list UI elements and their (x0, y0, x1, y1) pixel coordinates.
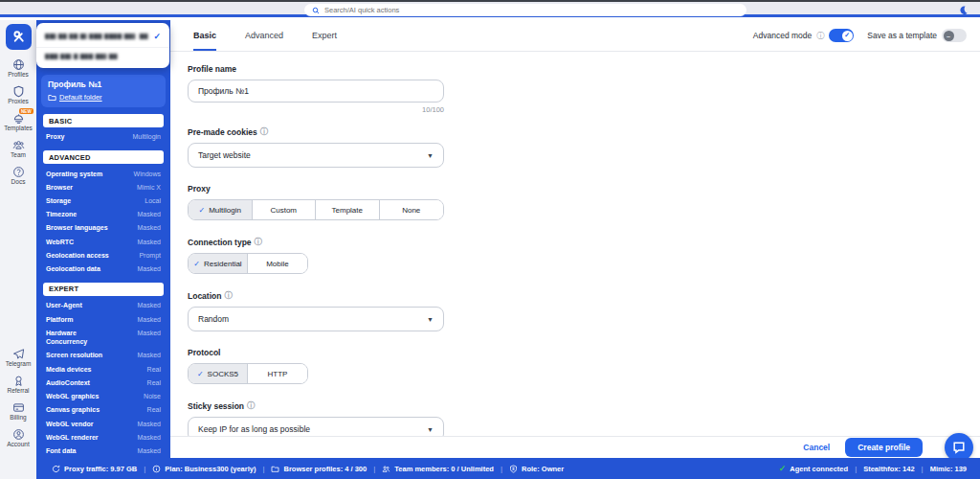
connection-option-residential[interactable]: ✓Residential (189, 254, 248, 273)
setting-row[interactable]: Media devicesReal (36, 362, 170, 376)
tab-expert[interactable]: Expert (312, 20, 337, 51)
setting-value: Real (147, 405, 161, 414)
main-content: BasicAdvancedExpert Advanced mode ⓘ ✓ Sa… (170, 20, 980, 458)
setting-row[interactable]: Screen resolutionMasked (36, 349, 170, 362)
workspace-option-label-redacted: ██▌██ ██ █▌███ ████ ██▌ ██ (45, 34, 148, 39)
setting-key: AudioContext (46, 378, 90, 387)
advanced-mode-toggle[interactable]: ✓ (829, 29, 854, 42)
check-icon: ✓ (199, 206, 206, 215)
chevron-down-icon: ▼ (427, 426, 434, 433)
app-logo[interactable] (6, 24, 32, 50)
main-header: BasicAdvancedExpert Advanced mode ⓘ ✓ Sa… (170, 20, 980, 52)
folder-icon (48, 94, 56, 102)
connection-option-mobile[interactable]: Mobile (248, 254, 307, 273)
workspace-option-label-redacted: ███ ██▌█ ███ ██▌██ (45, 54, 118, 59)
search-icon (312, 7, 320, 14)
sidebar-item-telegram[interactable]: Telegram (0, 347, 36, 367)
setting-row[interactable]: BrowserMimic X (36, 180, 170, 194)
section-header-expert[interactable]: EXPERT (43, 283, 164, 296)
sidebar-item-referral[interactable]: Referral (0, 374, 36, 394)
default-folder-link[interactable]: Default folder (48, 93, 159, 102)
setting-value: Masked (137, 210, 161, 218)
advanced-mode-info-icon[interactable]: ⓘ (816, 31, 824, 41)
proxy-option-custom[interactable]: Custom (253, 200, 317, 219)
setting-row[interactable]: StorageLocal (36, 194, 170, 208)
setting-row[interactable]: AudioContextReal (36, 376, 170, 390)
chevron-down-icon: ▼ (427, 152, 434, 159)
sidebar-item-label: Proxies (8, 98, 29, 104)
setting-row[interactable]: Geolocation dataMasked (36, 262, 170, 276)
setting-row[interactable]: ProxyMultilogin (36, 130, 170, 144)
setting-row[interactable]: Font dataMasked (36, 445, 170, 458)
sidebar-item-label: Profiles (8, 71, 29, 78)
cookies-info-icon[interactable]: ⓘ (260, 126, 268, 137)
setting-row[interactable]: WebGL vendorMasked (36, 417, 170, 430)
setting-key: Media devices (46, 365, 91, 374)
proxy-option-none[interactable]: None (380, 200, 444, 219)
section-header-basic[interactable]: BASIC (43, 114, 164, 127)
setting-row[interactable]: Operating systemWindows (36, 167, 170, 180)
protocol-option-socks5[interactable]: ✓SOCKS5 (189, 364, 248, 383)
workspace-option-selected[interactable]: ██▌██ ██ █▌███ ████ ██▌ ██✓ (36, 26, 169, 47)
setting-row[interactable]: PlatformMasked (36, 312, 170, 326)
setting-row[interactable]: WebGL graphicsNoise (36, 390, 170, 403)
tab-basic[interactable]: Basic (193, 20, 216, 51)
workspace-option[interactable]: ███ ██▌█ ███ ██▌██ (36, 47, 169, 65)
global-search[interactable] (304, 4, 746, 16)
form-footer: Cancel Create profile (170, 436, 980, 458)
segment-label: Custom (270, 206, 297, 215)
sidebar-item-label: Telegram (6, 360, 32, 367)
status-text: Agent connected (790, 465, 848, 473)
sticky-info-icon[interactable]: ⓘ (247, 400, 255, 411)
sidebar-item-label: Team (11, 151, 26, 158)
separator: | (373, 465, 375, 473)
setting-row[interactable]: Hardware ConcurrencyMasked (36, 326, 170, 349)
status-text: Browser profiles: 4 / 300 (283, 465, 367, 473)
setting-key: WebRTC (46, 238, 74, 246)
sidebar-item-account[interactable]: Account (0, 427, 36, 447)
sidebar-item-templates[interactable]: NEWTemplates (0, 111, 36, 131)
connection-info-icon[interactable]: ⓘ (255, 237, 262, 247)
status-item: Proxy traffic: 9.97 GB (52, 465, 137, 473)
cancel-button[interactable]: Cancel (803, 443, 830, 452)
sidebar-item-proxies[interactable]: Proxies (0, 84, 36, 104)
setting-row[interactable]: WebGL rendererMasked (36, 430, 170, 444)
setting-row[interactable]: Canvas graphicsReal (36, 403, 170, 417)
segment-label: None (402, 206, 420, 215)
docs-icon (12, 165, 25, 177)
account-icon (12, 427, 25, 440)
folder-icon (271, 465, 279, 473)
section-header-advanced[interactable]: ADVANCED (43, 150, 164, 164)
dark-mode-icon[interactable] (958, 5, 969, 15)
sidebar-item-profiles[interactable]: Profiles (0, 57, 36, 78)
proxy-option-template[interactable]: Template (316, 200, 380, 219)
protocol-segmented-control: ✓SOCKS5HTTP (188, 363, 308, 384)
setting-row[interactable]: TimezoneMasked (36, 208, 170, 221)
proxy-option-multilogin[interactable]: ✓Multilogin (189, 200, 253, 219)
check-icon: ✓ (193, 260, 200, 268)
profile-name-input[interactable] (188, 80, 444, 103)
save-template-toggle[interactable]: – (942, 29, 967, 42)
selected-profile-card[interactable]: Профиль №1 Default folder (41, 75, 166, 107)
location-info-icon[interactable]: ⓘ (224, 290, 232, 301)
protocol-option-http[interactable]: HTTP (248, 364, 307, 383)
setting-row[interactable]: Geolocation accessPrompt (36, 249, 170, 262)
advanced-mode-label: Advanced mode (753, 31, 812, 40)
setting-row[interactable]: WebRTCMasked (36, 235, 170, 248)
location-label: Locationⓘ (188, 290, 457, 301)
location-select[interactable]: Random ▼ (188, 307, 444, 331)
search-input[interactable] (324, 6, 739, 14)
sidebar-item-team[interactable]: Team (0, 138, 36, 158)
sidebar-item-billing[interactable]: Billing (0, 400, 36, 421)
setting-key: Browser languages (46, 223, 108, 232)
check-icon: ✓ (779, 464, 787, 473)
status-text: Stealthfox: 142 (863, 465, 914, 473)
setting-key: Hardware Concurrency (46, 329, 115, 347)
setting-row[interactable]: User-AgentMasked (36, 299, 170, 312)
create-profile-button[interactable]: Create profile (845, 438, 923, 457)
sidebar-item-docs[interactable]: Docs (0, 165, 36, 185)
setting-row[interactable]: Browser languagesMasked (36, 221, 170, 235)
tab-advanced[interactable]: Advanced (245, 20, 283, 51)
setting-value: Mimic X (137, 183, 161, 192)
cookies-select[interactable]: Target website ▼ (188, 143, 444, 168)
